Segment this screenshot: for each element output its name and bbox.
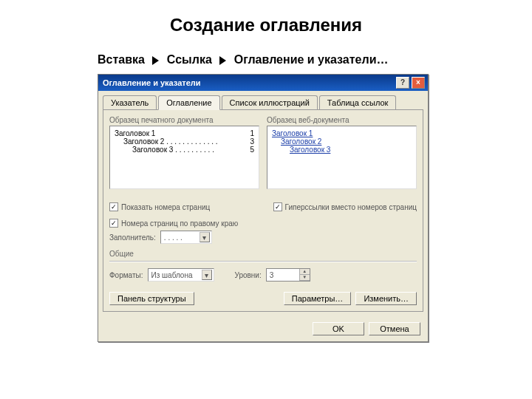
web-preview-label: Образец веб-документа [267,116,417,124]
filler-label: Заполнитель: [109,233,156,242]
breadcrumb-step: Оглавление и указатели… [234,53,389,66]
web-link: Заголовок 1 [272,129,313,137]
general-label: Общие [109,250,417,258]
chevron-down-icon: ▾ [200,232,210,242]
titlebar: Оглавление и указатели ? × [98,75,428,91]
tab-strip: Указатель Оглавление Список иллюстраций … [98,91,428,109]
outline-panel-button[interactable]: Панель структуры [109,292,194,305]
cancel-button[interactable]: Отмена [369,322,420,335]
filler-select[interactable]: . . . . . ▾ [160,231,212,244]
print-preview-label: Образец печатного документа [109,116,259,124]
checkbox-show-page-numbers[interactable]: ✓ [109,202,118,211]
web-link: Заголовок 3 [290,146,330,154]
print-preview: Заголовок 11 Заголовок 2 . . . . . . . .… [109,126,259,189]
spinner-up[interactable]: ▲ [299,269,310,275]
toc-line-text: Заголовок 1 [115,129,155,137]
tab-toc[interactable]: Оглавление [158,95,219,110]
divider [109,261,417,262]
tab-index[interactable]: Указатель [103,95,157,109]
spinner-down[interactable]: ▼ [299,275,310,281]
formats-select[interactable]: Из шаблона ▾ [148,268,214,282]
dialog-window: Оглавление и указатели ? × Указатель Огл… [98,74,429,342]
chevron-down-icon: ▾ [202,270,212,280]
dialog-body: Образец печатного документа Заголовок 11… [103,109,423,312]
tab-illustrations[interactable]: Список иллюстраций [222,95,318,109]
check-label: Номера страниц по правому краю [121,219,238,228]
web-link: Заголовок 2 [281,137,321,146]
toc-line-page: 5 [250,146,254,154]
formats-label: Форматы: [109,271,143,279]
spinner-value: 3 [267,269,299,281]
select-value: . . . . . [164,233,183,242]
check-label: Показать номера страниц [121,203,210,211]
checkbox-hyperlinks[interactable]: ✓ [273,202,282,211]
dialog-footer: OK Отмена [98,316,428,341]
slide-title: Создание оглавления [0,15,532,35]
toc-line-text: Заголовок 3 [132,146,173,154]
check-label: Гиперссылки вместо номеров страниц [285,203,417,211]
help-button[interactable]: ? [396,77,409,89]
arrow-right-icon [152,56,159,65]
checkbox-right-align[interactable]: ✓ [109,219,118,228]
toc-line-text: Заголовок 2 [123,137,164,146]
breadcrumb-step: Ссылка [167,53,212,66]
select-value: Из шаблона [151,271,193,279]
close-button[interactable]: × [412,77,425,89]
levels-spinner[interactable]: 3 ▲ ▼ [266,268,310,282]
options-button[interactable]: Параметры… [284,292,352,305]
ok-button[interactable]: OK [313,322,364,335]
arrow-right-icon [219,56,226,65]
levels-label: Уровни: [235,271,262,279]
web-preview: Заголовок 1 Заголовок 2 Заголовок 3 [267,126,417,189]
modify-button[interactable]: Изменить… [355,292,417,305]
breadcrumb: Вставка Ссылка Оглавление и указатели… [98,53,532,66]
toc-line-page: 1 [250,129,254,137]
tab-authorities[interactable]: Таблица ссылок [319,95,397,109]
dialog-title: Оглавление и указатели [103,78,201,87]
breadcrumb-step: Вставка [98,53,145,66]
toc-line-page: 3 [250,137,254,146]
